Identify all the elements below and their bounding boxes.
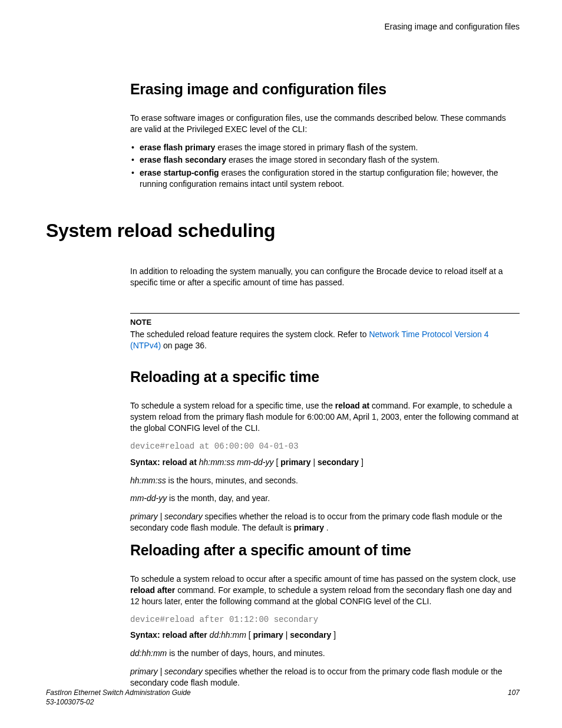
footer-docnum: 53-1003075-02: [46, 697, 520, 707]
text: To schedule a system reload for a specif…: [130, 401, 335, 410]
param-desc: primary | secondary specifies whether th…: [130, 666, 520, 689]
heading-system-reload: System reload scheduling: [46, 218, 520, 243]
param-desc: dd:hh:mm is the number of days, hours, a…: [130, 648, 520, 659]
heading-reload-after: Reloading after a specific amount of tim…: [130, 541, 520, 561]
text: [: [246, 630, 253, 640]
param-var: hh:mm:ss: [130, 476, 166, 485]
code-block: device#reload at 06:00:00 04-01-03: [130, 441, 520, 452]
list-item: erase flash secondary erases the image s…: [130, 154, 520, 166]
text: is the hours, minutes, and seconds.: [166, 476, 298, 485]
cmd-desc: erases the image stored in secondary fla…: [226, 155, 439, 164]
running-header: Erasing image and configuration files: [384, 21, 520, 32]
syntax-opt: secondary: [290, 630, 331, 640]
syntax-opt: primary: [253, 630, 283, 640]
text: To schedule a system reload to occur aft…: [130, 574, 515, 584]
param-desc: mm-dd-yy is the month, day, and year.: [130, 493, 520, 504]
param-var: primary | secondary: [130, 512, 203, 521]
syntax-label: Syntax: reload after: [130, 630, 210, 640]
note-post: on page 36.: [161, 341, 207, 350]
text: is the number of days, hours, and minute…: [167, 648, 325, 658]
cmd-name: erase flash primary: [140, 143, 215, 152]
page-number: 107: [508, 688, 520, 697]
note-pre: The scheduled reload feature requires th…: [130, 330, 369, 339]
syntax-line: Syntax: reload after dd:hh:mm [ primary …: [130, 630, 520, 641]
text: .: [324, 523, 329, 532]
list-item: erase startup-config erases the configur…: [130, 167, 520, 190]
param-var: mm-dd-yy: [130, 493, 167, 503]
text: ]: [359, 457, 363, 467]
heading-erasing: Erasing image and configuration files: [130, 80, 520, 100]
text: |: [283, 630, 290, 640]
syntax-line: Syntax: reload at hh:mm:ss mm-dd-yy [ pr…: [130, 457, 520, 468]
param-var: primary | secondary: [130, 667, 203, 676]
text: is the month, day, and year.: [167, 493, 270, 503]
default-value: primary: [294, 523, 324, 532]
note-label: NOTE: [130, 317, 520, 328]
footer-title: FastIron Ethernet Switch Administration …: [46, 688, 520, 697]
cmd-inline: reload after: [130, 585, 175, 595]
para-reload-intro: In addition to reloading the system manu…: [130, 266, 520, 288]
cmd-inline: reload at: [335, 401, 369, 410]
note-rule: [130, 313, 520, 314]
syntax-label: Syntax: reload at: [130, 457, 199, 467]
code-block: device#reload after 01:12:00 secondary: [130, 614, 520, 625]
text: command. For example, to schedule a syst…: [130, 585, 511, 606]
text: [: [274, 457, 281, 467]
para-reload-after: To schedule a system reload to occur aft…: [130, 574, 520, 607]
text: ]: [331, 630, 336, 640]
note-text: The scheduled reload feature requires th…: [130, 329, 520, 351]
param-var: dd:hh:mm: [130, 648, 167, 658]
para-erase-intro: To erase software images or configuratio…: [130, 113, 520, 135]
page-footer: FastIron Ethernet Switch Administration …: [46, 688, 520, 707]
cmd-desc: erases the image stored in primary flash…: [215, 143, 418, 152]
para-reload-at: To schedule a system reload for a specif…: [130, 400, 520, 434]
syntax-opt: secondary: [318, 457, 359, 467]
cmd-name: erase flash secondary: [140, 155, 226, 164]
syntax-var: dd:hh:mm: [210, 630, 246, 640]
list-item: erase flash primary erases the image sto…: [130, 142, 520, 153]
erase-command-list: erase flash primary erases the image sto…: [130, 142, 520, 190]
param-desc: primary | secondary specifies whether th…: [130, 511, 520, 533]
syntax-var: hh:mm:ss mm-dd-yy: [199, 457, 274, 467]
note-block: NOTE The scheduled reload feature requir…: [130, 313, 520, 351]
heading-reload-at: Reloading at a specific time: [130, 367, 520, 387]
param-desc: hh:mm:ss is the hours, minutes, and seco…: [130, 475, 520, 486]
cmd-name: erase startup-config: [140, 168, 219, 177]
text: |: [311, 457, 318, 467]
syntax-opt: primary: [280, 457, 310, 467]
